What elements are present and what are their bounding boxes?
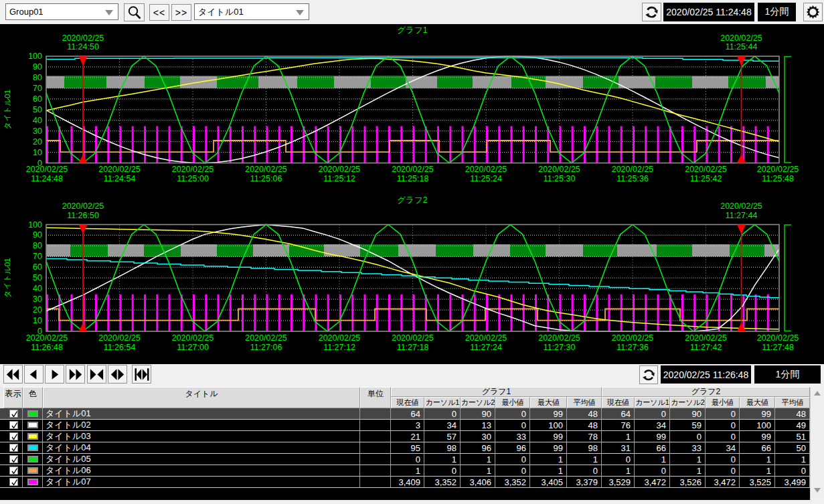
svg-text:100: 100 — [28, 220, 42, 230]
svg-text:2020/02/25: 2020/02/25 — [465, 333, 507, 343]
svg-text:2020/02/25: 2020/02/25 — [612, 165, 654, 174]
svg-text:2020/02/25: 2020/02/25 — [392, 333, 434, 343]
svg-text:11:27:18: 11:27:18 — [397, 343, 429, 352]
svg-text:タイトル01: タイトル01 — [4, 258, 12, 298]
svg-text:11:25:36: 11:25:36 — [616, 174, 649, 183]
svg-text:11:25:12: 11:25:12 — [323, 174, 355, 183]
svg-text:2020/02/25: 2020/02/25 — [98, 165, 141, 174]
svg-text:50: 50 — [33, 105, 42, 114]
svg-text:50: 50 — [33, 273, 42, 282]
svg-text:60: 60 — [33, 94, 42, 104]
svg-text:30: 30 — [33, 127, 42, 136]
svg-text:90: 90 — [33, 62, 42, 72]
svg-text:2020/02/25: 2020/02/25 — [319, 333, 361, 343]
svg-text:11:24:54: 11:24:54 — [104, 174, 136, 183]
svg-text:グラフ1: グラフ1 — [397, 25, 427, 35]
svg-text:11:25:18: 11:25:18 — [397, 174, 429, 183]
svg-text:11:25:24: 11:25:24 — [470, 174, 502, 183]
svg-text:11:27:30: 11:27:30 — [544, 343, 576, 352]
svg-text:2020/02/25: 2020/02/25 — [392, 165, 434, 174]
svg-text:20: 20 — [33, 305, 42, 315]
svg-text:40: 40 — [33, 116, 42, 125]
svg-text:10: 10 — [33, 316, 42, 325]
svg-text:11:27:48: 11:27:48 — [762, 343, 794, 352]
svg-text:2020/02/25: 2020/02/25 — [98, 333, 141, 343]
svg-text:11:27:06: 11:27:06 — [250, 343, 282, 352]
svg-text:80: 80 — [33, 241, 42, 250]
svg-text:90: 90 — [33, 230, 42, 240]
svg-text:2020/02/25: 2020/02/25 — [245, 333, 287, 343]
svg-text:11:26:54: 11:26:54 — [104, 343, 136, 352]
svg-text:2020/02/25: 2020/02/25 — [720, 33, 762, 43]
svg-text:10: 10 — [33, 148, 42, 157]
svg-text:2020/02/25: 2020/02/25 — [26, 333, 68, 343]
svg-text:2020/02/25: 2020/02/25 — [612, 333, 654, 343]
svg-text:11:26:50: 11:26:50 — [67, 211, 99, 220]
svg-text:2020/02/25: 2020/02/25 — [538, 333, 580, 343]
svg-text:11:25:30: 11:25:30 — [544, 174, 576, 183]
svg-text:2020/02/25: 2020/02/25 — [62, 201, 104, 211]
svg-text:11:25:48: 11:25:48 — [762, 174, 794, 183]
svg-text:2020/02/25: 2020/02/25 — [245, 165, 287, 174]
svg-text:11:24:48: 11:24:48 — [31, 174, 63, 183]
svg-text:11:27:44: 11:27:44 — [726, 211, 758, 220]
svg-text:タイトル01: タイトル01 — [4, 90, 12, 130]
svg-text:2020/02/25: 2020/02/25 — [685, 333, 727, 343]
svg-text:11:26:48: 11:26:48 — [31, 343, 63, 352]
svg-text:2020/02/25: 2020/02/25 — [465, 165, 507, 174]
svg-text:11:27:24: 11:27:24 — [470, 343, 502, 352]
svg-text:70: 70 — [33, 84, 42, 93]
svg-text:11:25:44: 11:25:44 — [726, 42, 758, 52]
svg-text:2020/02/25: 2020/02/25 — [685, 165, 727, 174]
svg-text:11:25:42: 11:25:42 — [690, 174, 722, 183]
svg-text:グラフ2: グラフ2 — [397, 195, 427, 205]
svg-text:2020/02/25: 2020/02/25 — [757, 333, 799, 343]
svg-text:2020/02/25: 2020/02/25 — [319, 165, 361, 174]
svg-text:20: 20 — [33, 137, 42, 147]
svg-text:11:27:42: 11:27:42 — [690, 343, 722, 352]
svg-text:40: 40 — [33, 284, 42, 293]
svg-text:11:27:12: 11:27:12 — [323, 343, 355, 352]
svg-text:11:24:50: 11:24:50 — [67, 42, 99, 52]
svg-text:2020/02/25: 2020/02/25 — [172, 333, 214, 343]
svg-text:70: 70 — [33, 252, 42, 261]
svg-text:2020/02/25: 2020/02/25 — [172, 165, 214, 174]
svg-text:11:27:00: 11:27:00 — [177, 343, 209, 352]
svg-text:2020/02/25: 2020/02/25 — [538, 165, 580, 174]
svg-text:30: 30 — [33, 295, 42, 304]
svg-text:11:25:06: 11:25:06 — [250, 174, 282, 183]
svg-text:60: 60 — [33, 262, 42, 272]
svg-text:2020/02/25: 2020/02/25 — [26, 165, 68, 174]
svg-text:11:25:00: 11:25:00 — [177, 174, 209, 183]
svg-text:2020/02/25: 2020/02/25 — [62, 33, 104, 43]
svg-text:100: 100 — [28, 52, 42, 61]
svg-text:80: 80 — [33, 73, 42, 82]
svg-text:2020/02/25: 2020/02/25 — [757, 165, 799, 174]
svg-text:2020/02/25: 2020/02/25 — [720, 201, 762, 211]
svg-text:11:27:36: 11:27:36 — [616, 343, 649, 352]
